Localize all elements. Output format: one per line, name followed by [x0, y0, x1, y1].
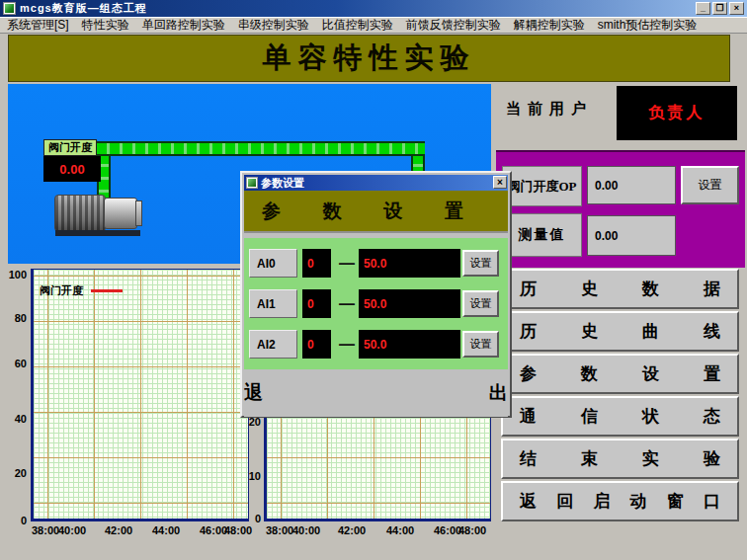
menu-item-cascade[interactable]: 串级控制实验 — [238, 17, 309, 34]
y-tick: 80 — [1, 312, 27, 324]
minimize-button[interactable]: _ — [696, 2, 710, 15]
dialog-icon — [246, 177, 258, 189]
exit-button[interactable]: 退出 — [244, 380, 508, 406]
ai2-high-field[interactable]: 50.0 — [359, 330, 460, 359]
ai1-low-field[interactable]: 0 — [302, 289, 331, 318]
ai2-low-field[interactable]: 0 — [302, 330, 331, 359]
restore-button[interactable]: ❐ — [712, 2, 727, 15]
current-user-value: 负责人 — [649, 103, 706, 123]
dialog-footer: 退出 — [244, 369, 508, 417]
nav-button-return-start-window[interactable]: 返回启动窗口 — [501, 481, 739, 521]
y-tick: 20 — [1, 467, 27, 479]
menu-item-smith[interactable]: smith预估控制实验 — [598, 17, 698, 34]
valve-opening-display: 0.00 — [43, 156, 101, 182]
application-window: mcgs教育版—组态工程 _ ❐ × 系统管理[S] 特性实验 单回路控制实验 … — [0, 0, 747, 560]
pump-base-icon — [55, 230, 140, 236]
nav-button-end-experiment[interactable]: 结束实验 — [501, 439, 739, 479]
x-tick: 44:00 — [152, 524, 180, 536]
window-title: mcgs教育版—组态工程 — [20, 1, 147, 16]
ai0-low-field[interactable]: 0 — [302, 249, 331, 278]
x-tick: 46:00 — [200, 524, 227, 536]
nav-button-comm-status[interactable]: 通信状态 — [501, 396, 739, 437]
x-tick: 38:00 — [266, 524, 293, 536]
menu-item-ratio[interactable]: 比值控制实验 — [322, 17, 393, 34]
valve-op-set-button[interactable]: 设置 — [681, 166, 739, 204]
experiment-title: 单容特性实验 — [263, 39, 476, 78]
pump-body-icon — [104, 198, 137, 229]
menubar: 系统管理[S] 特性实验 单回路控制实验 串级控制实验 比值控制实验 前馈反馈控… — [0, 17, 747, 34]
y-tick: 0 — [1, 515, 27, 526]
ai2-set-button[interactable]: 设置 — [462, 331, 499, 358]
x-tick: 42:00 — [338, 524, 366, 536]
window-titlebar[interactable]: mcgs教育版—组态工程 _ ❐ × — [0, 0, 747, 17]
pipe-horizontal — [97, 141, 425, 156]
ai1-set-button[interactable]: 设置 — [462, 290, 499, 317]
ai0-high-field[interactable]: 50.0 — [359, 249, 460, 278]
x-tick: 42:00 — [105, 524, 132, 536]
nav-button-history-data[interactable]: 历史数据 — [501, 269, 739, 309]
y-tick: 0 — [235, 513, 261, 524]
range-dash: — — [335, 289, 359, 318]
measured-value-field: 0.00 — [587, 215, 676, 256]
op-panel: 阀门开度OP 0.00 设置 测量值 0.00 — [496, 150, 745, 268]
current-user-label: 当前用户 — [506, 100, 593, 119]
x-tick: 38:00 — [32, 524, 59, 536]
menu-item-decoupling[interactable]: 解耦控制实验 — [514, 17, 585, 34]
x-tick: 44:00 — [386, 524, 414, 536]
menu-item-characteristic[interactable]: 特性实验 — [82, 17, 129, 34]
current-user-box: 负责人 — [617, 86, 737, 140]
dialog-titlebar[interactable]: 参数设置 × — [244, 175, 508, 191]
menu-item-system[interactable]: 系统管理[S] — [7, 17, 69, 34]
dialog-body: AI0 0 — 50.0 设置 AI1 0 — 50.0 设置 AI2 0 — … — [244, 238, 508, 369]
measured-value-label: 测量值 — [502, 213, 582, 257]
range-dash: — — [335, 249, 359, 278]
legend-line-icon — [91, 289, 123, 292]
channel-label-ai2: AI2 — [249, 330, 297, 359]
app-icon — [3, 2, 16, 15]
range-dash: — — [335, 330, 359, 359]
experiment-banner: 单容特性实验 — [8, 35, 730, 82]
x-tick: 46:00 — [434, 524, 461, 536]
close-button[interactable]: × — [729, 2, 744, 15]
channel-label-ai0: AI0 — [249, 249, 297, 278]
y-tick: 40 — [1, 413, 27, 425]
params-dialog: 参数设置 × 参数设置 AI0 0 — 50.0 设置 AI1 0 — 50.0… — [240, 171, 512, 418]
menu-item-single-loop[interactable]: 单回路控制实验 — [142, 17, 225, 34]
ai0-set-button[interactable]: 设置 — [462, 250, 499, 277]
ai1-high-field[interactable]: 50.0 — [359, 289, 460, 318]
pump-motor-icon — [54, 195, 106, 232]
trend-chart-left — [31, 269, 249, 521]
legend-label: 阀门开度 — [40, 283, 83, 298]
channel-label-ai1: AI1 — [249, 289, 297, 318]
y-tick: 100 — [1, 269, 27, 280]
x-tick: 40:00 — [58, 524, 86, 536]
valve-op-label: 阀门开度OP — [502, 166, 582, 206]
nav-button-history-curve[interactable]: 历史曲线 — [501, 311, 739, 352]
dialog-header: 参数设置 — [244, 191, 508, 233]
dialog-header-text: 参数设置 — [262, 199, 463, 224]
nav-button-parameter-settings[interactable]: 参数设置 — [501, 354, 739, 394]
valve-op-input[interactable]: 0.00 — [587, 166, 676, 204]
x-tick: 48:00 — [458, 524, 486, 536]
y-tick: 60 — [1, 358, 27, 369]
menu-item-feedforward[interactable]: 前馈反馈控制实验 — [406, 17, 501, 34]
dialog-close-button[interactable]: × — [493, 176, 507, 189]
x-tick: 48:00 — [224, 524, 252, 536]
pump-flange-icon — [135, 200, 142, 226]
dialog-title: 参数设置 — [261, 176, 304, 191]
chart-legend: 阀门开度 — [40, 283, 123, 298]
y-tick: 10 — [235, 470, 261, 482]
x-tick: 40:00 — [292, 524, 320, 536]
valve-opening-label: 阀门开度 — [43, 139, 97, 156]
